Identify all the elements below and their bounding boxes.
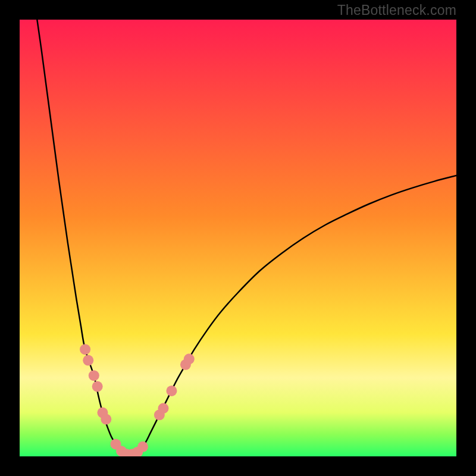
watermark-text: TheBottleneck.com	[337, 2, 456, 18]
highlight-dot	[89, 370, 99, 381]
highlight-dot	[166, 386, 177, 396]
highlight-dot	[101, 414, 111, 425]
left-branch	[37, 20, 129, 455]
highlight-dot	[158, 403, 168, 414]
plot-area	[20, 20, 456, 456]
highlight-dot	[184, 353, 195, 364]
highlight-dot	[137, 441, 148, 452]
dots-layer	[80, 344, 195, 456]
highlight-dot	[92, 381, 103, 392]
chart-frame: TheBottleneck.com	[0, 0, 476, 476]
right-branch	[129, 176, 457, 455]
chart-svg	[20, 20, 456, 456]
highlight-dot	[83, 355, 93, 366]
highlight-dot	[80, 344, 90, 355]
